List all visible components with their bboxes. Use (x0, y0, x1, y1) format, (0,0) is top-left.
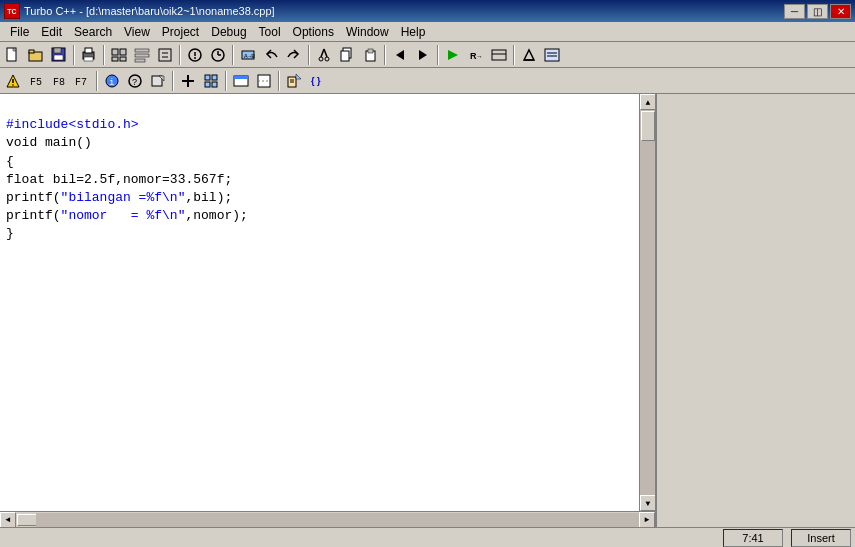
minimize-button[interactable]: ─ (784, 4, 805, 19)
svg-text:F5: F5 (30, 77, 42, 88)
code-line-6: printf("nomor = %f\n",nomor); (6, 208, 248, 223)
tb-icon-r5[interactable] (541, 44, 563, 66)
svg-marker-37 (419, 50, 427, 60)
menu-window[interactable]: Window (340, 23, 395, 41)
tb2-icon-6[interactable]: ? (124, 70, 146, 92)
tb2-icon-1[interactable] (2, 70, 24, 92)
tb2-sep-3 (225, 71, 227, 91)
tb2-icon-4[interactable]: F7 (71, 70, 93, 92)
svg-rect-41 (492, 50, 506, 60)
svg-rect-5 (54, 48, 61, 53)
menu-debug[interactable]: Debug (205, 23, 252, 41)
tb-sep-8 (513, 45, 515, 65)
tb-icon-2[interactable] (131, 44, 153, 66)
tb-paste[interactable] (359, 44, 381, 66)
menu-view[interactable]: View (118, 23, 156, 41)
tb-cut[interactable] (313, 44, 335, 66)
svg-rect-17 (159, 49, 171, 61)
tb2-icon-7[interactable] (147, 70, 169, 92)
menu-file[interactable]: File (4, 23, 35, 41)
scroll-thumb-h[interactable] (17, 514, 37, 526)
svg-marker-36 (396, 50, 404, 60)
svg-text:?: ? (132, 78, 137, 88)
tb-sep-2 (103, 45, 105, 65)
tb2-icon-12[interactable] (283, 70, 305, 92)
right-panel (655, 94, 855, 527)
scroll-right-arrow[interactable]: ► (639, 512, 655, 528)
scroll-track-h[interactable] (36, 513, 639, 527)
tb-sep-5 (308, 45, 310, 65)
menu-bar: File Edit Search View Project Debug Tool… (0, 22, 855, 42)
tb2-icon-5[interactable]: i (101, 70, 123, 92)
status-bar: 7:41 Insert (0, 527, 855, 547)
code-content[interactable]: #include<stdio.h> void main() { float bi… (0, 94, 639, 511)
menu-options[interactable]: Options (287, 23, 340, 41)
tb2-sep-4 (278, 71, 280, 91)
save-button[interactable] (48, 44, 70, 66)
scroll-track-v[interactable] (640, 110, 655, 495)
svg-line-31 (324, 49, 327, 57)
cursor-position: 7:41 (723, 529, 783, 547)
svg-rect-14 (135, 49, 149, 52)
tb2-icon-9[interactable] (200, 70, 222, 92)
tb-icon-3[interactable] (154, 44, 176, 66)
code-editor[interactable]: #include<stdio.h> void main() { float bi… (0, 94, 639, 511)
hscroll-thumb-area[interactable] (16, 513, 36, 527)
svg-point-28 (319, 57, 323, 61)
menu-tool[interactable]: Tool (253, 23, 287, 41)
scroll-down-arrow[interactable]: ▼ (640, 495, 656, 511)
menu-project[interactable]: Project (156, 23, 205, 41)
tb-undo[interactable] (260, 44, 282, 66)
tb-icon-r4[interactable] (518, 44, 540, 66)
close-button[interactable]: ✕ (830, 4, 851, 19)
tb2-icon-2[interactable]: F5 (25, 70, 47, 92)
scroll-left-arrow[interactable]: ◄ (0, 512, 16, 528)
svg-point-22 (194, 57, 196, 59)
menu-help[interactable]: Help (395, 23, 432, 41)
scroll-thumb-v[interactable] (641, 111, 655, 141)
tb2-icon-3[interactable]: F8 (48, 70, 70, 92)
window-title: Turbo C++ - [d:\master\baru\oik2~1\nonam… (24, 5, 784, 17)
svg-point-29 (325, 57, 329, 61)
svg-text:F7: F7 (75, 77, 87, 88)
tb2-icon-10[interactable] (230, 70, 252, 92)
svg-rect-15 (135, 54, 149, 57)
tb-sep-6 (384, 45, 386, 65)
toolbar-row-1: A→B R→ (0, 42, 855, 68)
tb-icon-1[interactable] (108, 44, 130, 66)
open-button[interactable] (25, 44, 47, 66)
title-bar: TC Turbo C++ - [d:\master\baru\oik2~1\no… (0, 0, 855, 22)
svg-line-30 (321, 49, 324, 57)
tb2-icon-8[interactable] (177, 70, 199, 92)
svg-rect-13 (120, 57, 126, 61)
tb-sep-1 (73, 45, 75, 65)
tb-icon-r3[interactable] (488, 44, 510, 66)
code-line-2: void main() (6, 135, 92, 150)
tb-watch[interactable] (207, 44, 229, 66)
scroll-up-arrow[interactable]: ▲ (640, 94, 656, 110)
print-button[interactable] (78, 44, 100, 66)
restore-button[interactable]: ◫ (807, 4, 828, 19)
file-path: - [d:\master\baru\oik2~1\noname38.cpp] (76, 5, 274, 17)
svg-text:{ }: { } (311, 76, 321, 86)
horizontal-scrollbar[interactable]: ◄ ► (0, 511, 655, 527)
svg-rect-35 (368, 49, 373, 53)
tb-copy[interactable] (336, 44, 358, 66)
tb-redo[interactable] (283, 44, 305, 66)
menu-edit[interactable]: Edit (35, 23, 68, 41)
tb-prev[interactable] (389, 44, 411, 66)
vertical-scrollbar[interactable]: ▲ ▼ (639, 94, 655, 511)
tb-run[interactable] (442, 44, 464, 66)
tb-inspect[interactable] (184, 44, 206, 66)
new-button[interactable] (2, 44, 24, 66)
tb-icon-5[interactable]: A→B (237, 44, 259, 66)
tb-icon-r2[interactable]: R→ (465, 44, 487, 66)
toolbar-row-2: F5 F8 F7 i ? { } (0, 68, 855, 94)
svg-rect-10 (112, 49, 118, 55)
menu-search[interactable]: Search (68, 23, 118, 41)
tb-next[interactable] (412, 44, 434, 66)
tb2-icon-13[interactable]: { } (306, 70, 328, 92)
tb2-icon-11[interactable] (253, 70, 275, 92)
editor-container: #include<stdio.h> void main() { float bi… (0, 94, 655, 527)
code-line-4: float bil=2.5f,nomor=33.567f; (6, 172, 232, 187)
